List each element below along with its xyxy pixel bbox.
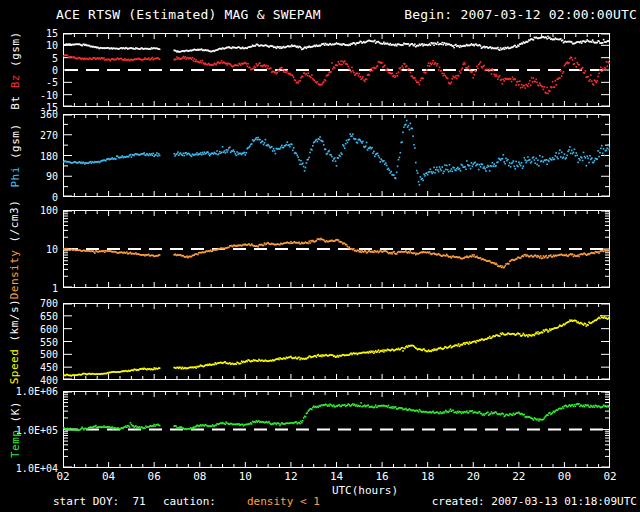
axis-label-part: (gsm) bbox=[9, 123, 22, 159]
speed-chart bbox=[63, 303, 610, 380]
x-tick-label: 00 bbox=[548, 471, 580, 483]
x-tick-label: 06 bbox=[138, 471, 170, 483]
density-panel bbox=[63, 210, 610, 288]
phi-panel bbox=[63, 114, 610, 197]
created-timestamp: created: 2007-03-13 01:18:09UTC bbox=[432, 495, 637, 508]
ace-rtsw-plot: ACE RTSW (Estimated) MAG & SWEPAM Begin:… bbox=[0, 0, 640, 512]
bt-bz-chart bbox=[63, 33, 610, 107]
temp-panel bbox=[63, 391, 610, 468]
axis-label-part: (km/s) bbox=[9, 299, 22, 342]
phi-chart bbox=[63, 114, 610, 197]
x-tick-label: 22 bbox=[503, 471, 535, 483]
x-tick-label: 02 bbox=[47, 471, 79, 483]
bt-bz-panel bbox=[63, 33, 610, 107]
x-tick-label: 20 bbox=[457, 471, 489, 483]
x-tick-label: 04 bbox=[93, 471, 125, 483]
axis-label-part: Temp bbox=[9, 422, 22, 458]
caution-label: caution: bbox=[163, 495, 216, 508]
start-doy-text: start DOY: 71 bbox=[53, 495, 146, 508]
temp-chart bbox=[63, 391, 610, 468]
x-tick-label: 08 bbox=[184, 471, 216, 483]
x-tick-label: 14 bbox=[321, 471, 353, 483]
x-tick-label: 12 bbox=[275, 471, 307, 483]
page-title: ACE RTSW (Estimated) MAG & SWEPAM bbox=[56, 7, 321, 22]
temp-axis-label: Temp (K) bbox=[1, 370, 29, 490]
axis-label-part: (K) bbox=[9, 401, 22, 422]
axis-label-part: (/cm3) bbox=[9, 199, 22, 242]
x-tick-label: 02 bbox=[594, 471, 626, 483]
x-tick-label: 10 bbox=[229, 471, 261, 483]
begin-timestamp: Begin: 2007-03-12 02:00:00UTC bbox=[404, 7, 637, 22]
axis-label-part: Phi bbox=[9, 159, 22, 188]
caution-value: density < 1 bbox=[247, 495, 320, 508]
footer: start DOY: 71 caution: density < 1 creat… bbox=[0, 495, 640, 509]
speed-panel bbox=[63, 303, 610, 380]
x-tick-label: 18 bbox=[412, 471, 444, 483]
axis-label-part: (gsm) bbox=[9, 31, 22, 67]
x-tick-label: 16 bbox=[366, 471, 398, 483]
density-chart bbox=[63, 210, 610, 288]
axis-label-part: Bz bbox=[9, 66, 22, 87]
